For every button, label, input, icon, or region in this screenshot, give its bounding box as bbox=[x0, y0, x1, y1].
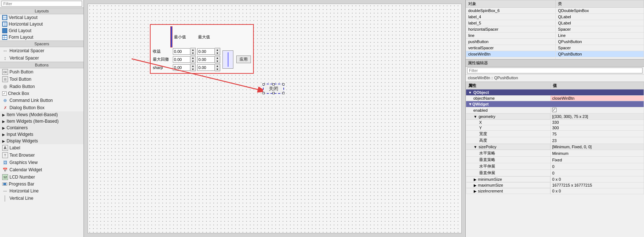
table-row[interactable]: label_4 QLabel bbox=[466, 14, 644, 20]
objectname-value[interactable]: closeWinBtn bbox=[551, 96, 644, 101]
table-row[interactable]: verticalSpacer Spacer bbox=[466, 45, 644, 51]
sidebar-item-calendar[interactable]: 📅 Calendar Widget bbox=[0, 166, 84, 173]
form-layout-icon bbox=[2, 35, 7, 40]
sidebar-item-label[interactable]: A Label bbox=[0, 144, 84, 152]
row2-max-up[interactable]: ▲ bbox=[215, 56, 220, 60]
enabled-value[interactable] bbox=[551, 107, 644, 114]
sidebar-item-command-link-button[interactable]: ⊕ Command Link Button bbox=[0, 97, 84, 104]
sidebar-item-push-button[interactable]: OK Push Button bbox=[0, 68, 84, 76]
min-header: 最小值 bbox=[172, 27, 197, 47]
sidebar-input-widgets-section[interactable]: ▶ Input Widgets bbox=[0, 131, 84, 138]
row2-min-up[interactable]: ▲ bbox=[190, 56, 195, 60]
sidebar-item-form-layout[interactable]: Form Layout bbox=[0, 34, 84, 41]
hpolicy-value[interactable]: Minimum bbox=[551, 150, 644, 157]
apply-button[interactable]: 应用 bbox=[236, 56, 251, 63]
qobject-section[interactable]: ▼QObject bbox=[466, 89, 644, 96]
sidebar-item-vertical-layout[interactable]: Vertical Layout bbox=[0, 14, 84, 21]
table-row[interactable]: pushButton QPushButton bbox=[466, 39, 644, 45]
table-row[interactable]: horizontalSpacer Spacer bbox=[466, 26, 644, 33]
sidebar-item-tool-button[interactable]: ⊡ Tool Button bbox=[0, 76, 84, 83]
sidebar-item-lcd-number[interactable]: 12 LCD Number bbox=[0, 173, 84, 181]
prop-row-x[interactable]: X 330 bbox=[466, 120, 644, 125]
geometry-expand[interactable]: ▼ bbox=[474, 115, 477, 119]
sidebar-item-progress-bar[interactable]: Progress Bar bbox=[0, 181, 84, 187]
row3-max-input[interactable] bbox=[197, 64, 215, 71]
row3-min-input[interactable] bbox=[173, 64, 190, 71]
qwidget-section[interactable]: ▼QWidget bbox=[466, 101, 644, 107]
row3-max-up[interactable]: ▲ bbox=[215, 64, 220, 68]
prop-row-vstretch[interactable]: 垂直伸展 0 bbox=[466, 170, 644, 176]
sidebar-item-vertical-line[interactable]: │ Vertical Line bbox=[0, 195, 84, 202]
row1-min-up[interactable]: ▲ bbox=[190, 48, 195, 51]
prop-row-hstretch[interactable]: 水平伸展 0 bbox=[466, 163, 644, 170]
vpolicy-value[interactable]: Fixed bbox=[551, 157, 644, 163]
sidebar-item-text-browser[interactable]: T Text Browser bbox=[0, 152, 84, 159]
y-value[interactable]: 300 bbox=[551, 125, 644, 131]
minsize-label: ▶minimumSize bbox=[466, 176, 551, 182]
sidebar-item-dialog-button-label: Dialog Button Box bbox=[9, 105, 44, 110]
row3-max-down[interactable]: ▼ bbox=[215, 68, 220, 71]
sidebar-display-widgets-section[interactable]: ▶ Display Widgets bbox=[0, 138, 84, 144]
row1-min-input[interactable] bbox=[173, 48, 190, 55]
width-value[interactable]: 75 bbox=[551, 131, 644, 137]
prop-row-vpolicy[interactable]: 垂直策略 Fixed bbox=[466, 157, 644, 163]
prop-row-sizeincrement[interactable]: ▶sizeIncrement 0 x 0 bbox=[466, 188, 644, 194]
geometry-value: [(330, 300), 75 x 23] bbox=[551, 114, 644, 120]
sidebar-item-horizontal-spacer[interactable]: ↔ Horizontal Spacer bbox=[0, 47, 84, 54]
prop-row-sizepolicy[interactable]: ▼sizePolicy [Minimum, Fixed, 0, 0] bbox=[466, 144, 644, 150]
row2-min-down[interactable]: ▼ bbox=[190, 60, 195, 63]
sidebar-item-dialog-button-box[interactable]: ✗ Dialog Button Box bbox=[0, 104, 84, 111]
table-row[interactable]: doubleSpinBox_6 QDoubleSpinBox bbox=[466, 8, 644, 14]
prop-row-width[interactable]: 宽度 75 bbox=[466, 131, 644, 137]
table-row-highlighted[interactable]: closeWinBtn QPushButton bbox=[466, 51, 644, 57]
sidebar-item-widgets-section[interactable]: ▶ Item Widgets (Item-Based) bbox=[0, 118, 84, 125]
enabled-checkbox[interactable] bbox=[552, 108, 556, 112]
prop-row-geometry[interactable]: ▼geometry [(330, 300), 75 x 23] bbox=[466, 114, 644, 120]
row2-min-input[interactable] bbox=[173, 56, 190, 63]
table-row[interactable]: line Line bbox=[466, 33, 644, 39]
prop-row-height[interactable]: 高度 23 bbox=[466, 137, 644, 144]
prop-row-enabled[interactable]: enabled bbox=[466, 107, 644, 114]
row1-max-down[interactable]: ▼ bbox=[215, 51, 220, 55]
sidebar-item-graphics-view[interactable]: 🖼 Graphics View bbox=[0, 159, 84, 166]
height-value[interactable]: 23 bbox=[551, 137, 644, 144]
prop-row-hpolicy[interactable]: 水平策略 Minimum bbox=[466, 150, 644, 157]
minsize-value: 0 x 0 bbox=[551, 176, 644, 183]
row2-max-down[interactable]: ▼ bbox=[215, 60, 220, 63]
hstretch-value[interactable]: 0 bbox=[551, 163, 644, 170]
sidebar-item-grid-layout[interactable]: Grid Layout bbox=[0, 27, 84, 34]
prop-filter-input[interactable] bbox=[467, 68, 643, 73]
sidebar-item-form-layout-label: Form Layout bbox=[9, 35, 33, 40]
max-header: 最大值 bbox=[197, 27, 221, 47]
obj-name: pushButton bbox=[466, 39, 556, 45]
row2-max-input[interactable] bbox=[197, 56, 215, 63]
sizepolicy-expand[interactable]: ▼ bbox=[474, 145, 477, 149]
sidebar-item-vertical-spacer[interactable]: ↕ Vertical Spacer bbox=[0, 54, 84, 62]
prop-row-maxsize[interactable]: ▶maximumSize 16777215 x 16777215 bbox=[466, 182, 644, 188]
sizeincrement-expand[interactable]: ▶ bbox=[474, 189, 477, 193]
hstretch-label: 水平伸展 bbox=[466, 163, 551, 170]
x-value[interactable]: 330 bbox=[551, 120, 644, 125]
row3-min-down[interactable]: ▼ bbox=[190, 68, 195, 71]
sidebar-item-radio-button[interactable]: ◎ Radio Button bbox=[0, 83, 84, 90]
row1-min-down[interactable]: ▼ bbox=[190, 51, 195, 55]
vstretch-value[interactable]: 0 bbox=[551, 170, 644, 176]
row1-max-input[interactable] bbox=[197, 48, 215, 55]
sidebar-item-check-box[interactable]: ✓ Check Box bbox=[0, 90, 84, 97]
sidebar-item-horizontal-line[interactable]: ─ Horizontal Line bbox=[0, 187, 84, 195]
sidebar-item-horizontal-layout[interactable]: Horizontal Layout bbox=[0, 21, 84, 27]
close-button-widget[interactable]: 关闭 bbox=[263, 84, 284, 94]
row3-min-up[interactable]: ▲ bbox=[190, 64, 195, 68]
sidebar-filter-input[interactable] bbox=[1, 1, 82, 7]
canvas-inner[interactable]: 最小值 最大值 收益 ▲ ▼ bbox=[88, 4, 462, 233]
prop-row-y[interactable]: Y 300 bbox=[466, 125, 644, 131]
row1-max-up[interactable]: ▲ bbox=[215, 48, 220, 51]
minsize-expand[interactable]: ▶ bbox=[474, 177, 477, 181]
sidebar-item-views-section[interactable]: ▶ Item Views (Model-Based) bbox=[0, 111, 84, 118]
prop-row-objectname[interactable]: objectName closeWinBtn bbox=[466, 96, 644, 101]
prop-row-minsize[interactable]: ▶minimumSize 0 x 0 bbox=[466, 176, 644, 183]
table-row[interactable] bbox=[466, 57, 644, 59]
sidebar-containers-section[interactable]: ▶ Containers bbox=[0, 125, 84, 131]
table-row[interactable]: label_5 QLabel bbox=[466, 20, 644, 26]
maxsize-expand[interactable]: ▶ bbox=[474, 183, 477, 187]
